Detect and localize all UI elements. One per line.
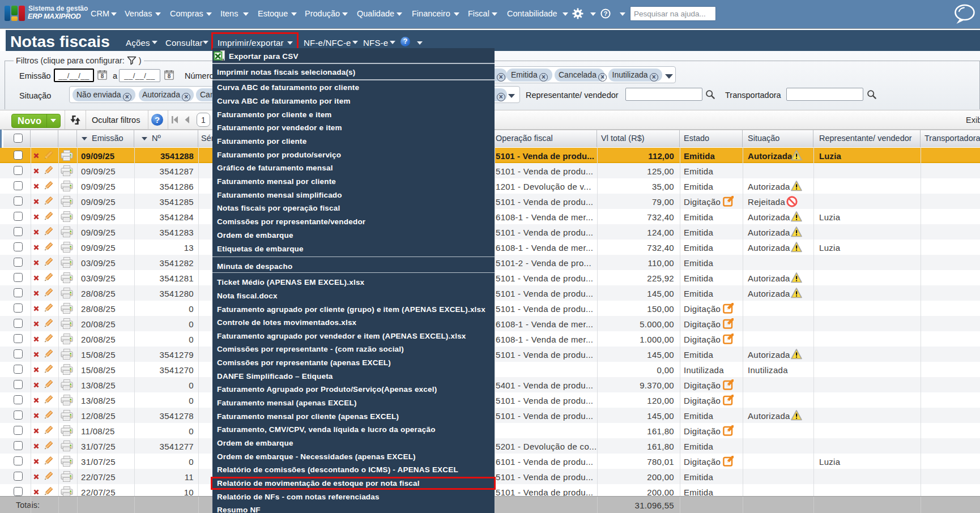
svg-text:,: ,: [222, 53, 224, 61]
svg-text:8: 8: [101, 73, 104, 79]
svg-text:?: ?: [603, 10, 607, 17]
svg-text:8: 8: [168, 73, 171, 79]
